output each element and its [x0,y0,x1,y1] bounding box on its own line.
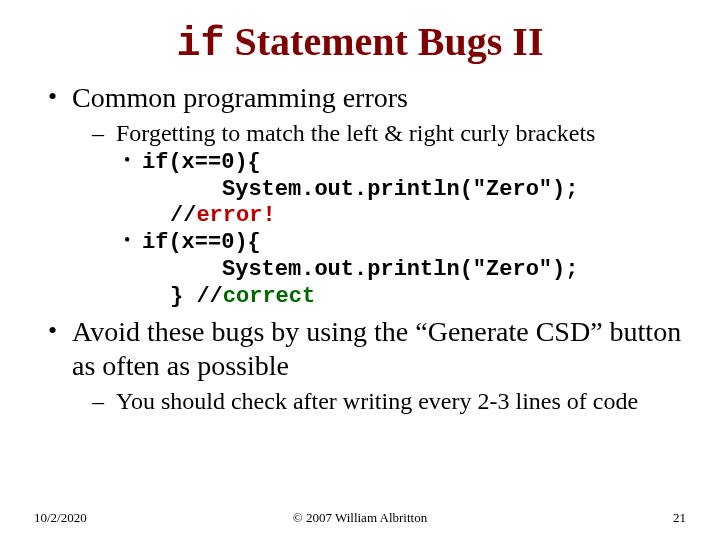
bullet-2-sub1-text: You should check after writing every 2-3… [116,388,638,414]
bullet-2-text: Avoid these bugs by using the “Generate … [72,316,681,382]
title-rest: Statement Bugs II [225,19,544,64]
slide-title: if Statement Bugs II [34,18,686,67]
bullet-1-sub1: Forgetting to match the left & right cur… [92,118,686,311]
bullet-1-sub1-text: Forgetting to match the left & right cur… [116,120,595,146]
error-label: error! [196,203,275,228]
bullet-2-sub1: You should check after writing every 2-3… [92,386,686,416]
bullet-list: Common programming errors Forgetting to … [34,81,686,416]
code-example: if(x==0){ System.out.println("Zero"); //… [142,150,686,311]
footer-copyright: © 2007 William Albritton [34,510,686,526]
code-line-3: //error! [142,203,686,230]
slide-footer: 10/2/2020 © 2007 William Albritton 21 [34,510,686,526]
bullet-1-sublist: Forgetting to match the left & right cur… [72,118,686,311]
correct-label: correct [223,284,315,309]
code-line-1: if(x==0){ [142,150,686,177]
bullet-1-text: Common programming errors [72,82,408,113]
bullet-2: Avoid these bugs by using the “Generate … [42,315,686,416]
title-code: if [177,22,225,67]
code-line-6: } //correct [142,284,686,311]
code-line-2: System.out.println("Zero"); [142,177,686,204]
bullet-1: Common programming errors Forgetting to … [42,81,686,311]
bullet-2-sublist: You should check after writing every 2-3… [72,386,686,416]
code-line-5: System.out.println("Zero"); [142,257,686,284]
code-line-4: if(x==0){ [142,230,686,257]
